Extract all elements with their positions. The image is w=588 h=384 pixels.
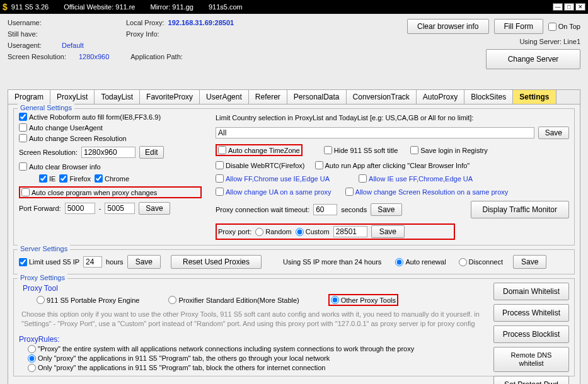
- traffic-monitor-button[interactable]: Display Traffic Monitor: [471, 201, 569, 218]
- general-legend: General Settings: [18, 104, 74, 111]
- limit-label: Limit Country selection in ProxyList and…: [216, 114, 473, 121]
- local-proxy-label: Local Proxy:: [126, 19, 164, 26]
- apppath-label: Application Path:: [130, 53, 183, 60]
- tab-todaylist[interactable]: TodayList: [95, 90, 140, 104]
- screenres-value: 1280x960: [79, 53, 109, 60]
- tool-other[interactable]: Other Proxy Tools: [328, 294, 398, 306]
- autoclear-checkbox[interactable]: Auto clear Browser info: [19, 162, 208, 171]
- limit-ip-checkbox[interactable]: Limit used S5 IP: [19, 258, 79, 266]
- proxy-settings-group: Proxy Settings Domain Whitelist Process …: [13, 278, 575, 376]
- autoclose-checkbox[interactable]: Auto close program when proxy changes: [19, 186, 202, 198]
- tool-proxifier[interactable]: Proxifier Standard Edition(More Stable): [168, 296, 299, 304]
- minimize-button[interactable]: —: [553, 3, 563, 11]
- tab-program[interactable]: Program: [8, 90, 50, 104]
- mirror: Mirror: 911.gg: [150, 3, 193, 11]
- tab-bar: Program ProxyList TodayList FavoriteProx…: [8, 89, 580, 104]
- process-whitelist-button[interactable]: Process Whitelist: [493, 304, 569, 322]
- allow-sr-checkbox[interactable]: Allow change Screen Resolution on a same…: [345, 188, 509, 196]
- limit-save[interactable]: Save: [538, 127, 569, 139]
- pp-input[interactable]: [333, 226, 367, 237]
- maximize-button[interactable]: □: [564, 3, 574, 11]
- auto-tz-checkbox[interactable]: Auto change TimeZone: [216, 144, 303, 156]
- pp-random[interactable]: Random: [255, 228, 292, 236]
- process-blocklist-button[interactable]: Process Blocklist: [493, 325, 569, 343]
- tab-blocksites[interactable]: BlockSites: [464, 90, 513, 104]
- pf-save[interactable]: Save: [139, 202, 170, 215]
- tab-autoproxy[interactable]: AutoProxy: [417, 90, 464, 104]
- limit-input[interactable]: [216, 127, 534, 138]
- pp-save[interactable]: Save: [371, 225, 405, 238]
- server-legend: Server Settings: [18, 245, 70, 252]
- rule-2[interactable]: Only "proxy" the applications in 911 S5 …: [28, 354, 330, 363]
- roboform-checkbox[interactable]: Active Roboform auto fill form(IE8,FF3.6…: [19, 113, 208, 121]
- proxy-rules-label: ProxyRules:: [19, 335, 483, 344]
- tool-desc: Choose this option only if you want to u…: [21, 310, 481, 329]
- stillhave-label: Still have:: [8, 30, 58, 38]
- pp-custom[interactable]: Custom: [296, 228, 330, 236]
- change-server-button[interactable]: Change Server: [486, 49, 580, 69]
- clear-browser-button[interactable]: Clear browser info: [407, 19, 489, 34]
- pp-label: Proxy port:: [218, 228, 251, 235]
- hide-title-checkbox[interactable]: Hide 911 S5 soft title: [324, 146, 398, 154]
- local-proxy-value: 192.168.31.69:28501: [168, 19, 234, 26]
- tab-personaldata[interactable]: PersonalData: [287, 90, 347, 104]
- ontop-checkbox[interactable]: On Top: [548, 23, 580, 31]
- autorun-checkbox[interactable]: Auto run App after clicking "Clear Brows…: [315, 161, 470, 169]
- fill-form-button[interactable]: Fill Form: [494, 19, 543, 34]
- ie-checkbox[interactable]: IE: [39, 174, 55, 183]
- remote-dns-button[interactable]: Remote DNSwhitelist: [493, 347, 569, 372]
- rule-3[interactable]: Only "proxy" the applications in 911 S5 …: [28, 364, 325, 372]
- auto-ua-checkbox[interactable]: Auto change UserAgent: [19, 123, 208, 132]
- proxyinfo-label: Proxy Info:: [126, 30, 159, 38]
- allow-ie-checkbox[interactable]: Allow IE use FF,Chrome,Edge UA: [359, 174, 473, 183]
- auto-res-checkbox[interactable]: Auto change Screen Resolution: [19, 134, 208, 142]
- close-button[interactable]: ✕: [575, 3, 585, 11]
- domain-whitelist-button[interactable]: Domain Whitelist: [493, 283, 569, 300]
- tab-conversiontrack[interactable]: ConversionTrack: [347, 90, 417, 104]
- pcw-label: Proxy connection wait timeout:: [216, 206, 309, 213]
- tab-settings[interactable]: Settings: [513, 90, 556, 104]
- sr-combo[interactable]: [81, 147, 135, 158]
- server-settings-group: Server Settings Limit used S5 IP hours S…: [13, 249, 575, 274]
- tab-proxylist[interactable]: ProxyList: [50, 90, 95, 104]
- alt-domain: 911s5.com: [209, 3, 243, 11]
- disable-rtc-checkbox[interactable]: Disable WebRTC(Firefox): [216, 161, 305, 169]
- tool-portable[interactable]: 911 S5 Portable Proxy Engine: [37, 296, 139, 304]
- save-registry-checkbox[interactable]: Save login in Registry: [410, 146, 487, 154]
- allow-same-checkbox[interactable]: Allow change UA on a same proxy: [216, 188, 331, 196]
- general-settings-group: General Settings Active Roboform auto fi…: [13, 108, 575, 246]
- tab-favoriteproxy[interactable]: FavoriteProxy: [140, 90, 200, 104]
- firefox-checkbox[interactable]: Firefox: [59, 174, 91, 183]
- sr-label: Screen Resolution:: [19, 149, 78, 156]
- pcw-input[interactable]: [313, 204, 337, 215]
- useragent-label: Useragent:: [8, 42, 58, 49]
- allow-ff-checkbox[interactable]: Allow FF,Chrome use IE,Edge UA: [216, 174, 330, 183]
- tab-referer[interactable]: Referer: [249, 90, 287, 104]
- pf-label: Port Forward:: [19, 205, 61, 212]
- ss-save[interactable]: Save: [513, 255, 546, 269]
- titlebar: $ 911 S5 3.26 Official Website: 911.re M…: [0, 0, 588, 14]
- rule-1[interactable]: "Proxy" the entire system with all appli…: [28, 345, 414, 353]
- edit-button[interactable]: Edit: [139, 146, 164, 159]
- limit-save[interactable]: Save: [127, 255, 161, 269]
- disconnect-radio[interactable]: Disconnect: [459, 258, 503, 266]
- using-server-label: Using Server: Line1: [519, 38, 580, 45]
- protect-pwd-button[interactable]: Set Protect Pwd: [493, 376, 569, 384]
- auto-renewal-radio[interactable]: Auto renewal: [395, 258, 446, 266]
- more-label: Using S5 IP more than 24 hours: [283, 258, 381, 266]
- app-icon: $: [3, 2, 8, 12]
- proxy-legend: Proxy Settings: [18, 274, 67, 281]
- pf-from[interactable]: [65, 203, 95, 214]
- pf-to[interactable]: [105, 203, 135, 214]
- username-label: Username:: [8, 19, 58, 26]
- tab-useragent[interactable]: UserAgent: [200, 90, 249, 104]
- limit-hours-input[interactable]: [83, 256, 102, 268]
- pcw-save[interactable]: Save: [371, 203, 401, 216]
- app-title: 911 S5 3.26: [11, 3, 49, 11]
- proxy-tool-label: Proxy Tool: [23, 284, 483, 293]
- screenres-label: Screen Resolution:: [8, 53, 66, 60]
- official-site: Official Website: 911.re: [64, 3, 135, 11]
- useragent-value[interactable]: Default: [62, 42, 84, 49]
- reset-proxies-button[interactable]: Reset Used Proxies: [171, 255, 262, 269]
- chrome-checkbox[interactable]: Chrome: [95, 174, 129, 183]
